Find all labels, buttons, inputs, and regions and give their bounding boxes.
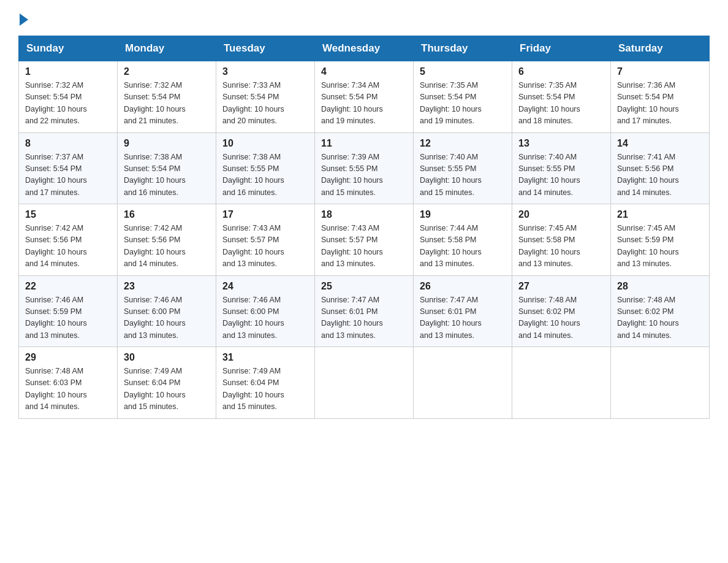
day-number: 10	[222, 138, 308, 149]
calendar-cell: 5Sunrise: 7:35 AMSunset: 5:54 PMDaylight…	[414, 61, 512, 133]
calendar-cell: 17Sunrise: 7:43 AMSunset: 5:57 PMDayligh…	[216, 204, 315, 276]
day-detail: Sunrise: 7:38 AMSunset: 5:54 PMDaylight:…	[124, 151, 210, 199]
day-number: 15	[25, 209, 111, 220]
day-detail: Sunrise: 7:40 AMSunset: 5:55 PMDaylight:…	[518, 151, 604, 199]
calendar-cell: 1Sunrise: 7:32 AMSunset: 5:54 PMDaylight…	[19, 61, 118, 133]
day-detail: Sunrise: 7:39 AMSunset: 5:55 PMDaylight:…	[321, 151, 407, 199]
day-number: 16	[124, 209, 210, 220]
day-detail: Sunrise: 7:43 AMSunset: 5:57 PMDaylight:…	[321, 223, 407, 270]
calendar-cell: 24Sunrise: 7:46 AMSunset: 6:00 PMDayligh…	[216, 275, 315, 347]
day-number: 12	[420, 138, 506, 149]
calendar-cell	[414, 347, 512, 419]
header-saturday: Saturday	[611, 36, 710, 61]
calendar-cell	[611, 347, 710, 419]
calendar-cell: 23Sunrise: 7:46 AMSunset: 6:00 PMDayligh…	[118, 275, 216, 347]
calendar-cell: 31Sunrise: 7:49 AMSunset: 6:04 PMDayligh…	[216, 347, 315, 419]
calendar-cell: 14Sunrise: 7:41 AMSunset: 5:56 PMDayligh…	[611, 132, 710, 204]
logo-triangle-icon	[20, 13, 28, 26]
calendar-cell: 18Sunrise: 7:43 AMSunset: 5:57 PMDayligh…	[315, 204, 414, 276]
calendar-week-row: 22Sunrise: 7:46 AMSunset: 5:59 PMDayligh…	[19, 275, 710, 347]
day-detail: Sunrise: 7:42 AMSunset: 5:56 PMDaylight:…	[25, 223, 111, 270]
day-detail: Sunrise: 7:48 AMSunset: 6:02 PMDaylight:…	[617, 294, 703, 342]
day-number: 26	[420, 281, 506, 292]
day-detail: Sunrise: 7:41 AMSunset: 5:56 PMDaylight:…	[617, 151, 703, 199]
day-detail: Sunrise: 7:49 AMSunset: 6:04 PMDaylight:…	[124, 366, 210, 413]
day-detail: Sunrise: 7:49 AMSunset: 6:04 PMDaylight:…	[222, 366, 308, 413]
day-detail: Sunrise: 7:43 AMSunset: 5:57 PMDaylight:…	[222, 223, 308, 270]
day-detail: Sunrise: 7:45 AMSunset: 5:58 PMDaylight:…	[518, 223, 604, 270]
calendar-cell: 26Sunrise: 7:47 AMSunset: 6:01 PMDayligh…	[414, 275, 512, 347]
day-number: 19	[420, 209, 506, 220]
calendar-cell: 6Sunrise: 7:35 AMSunset: 5:54 PMDaylight…	[512, 61, 611, 133]
day-number: 24	[222, 281, 308, 292]
day-detail: Sunrise: 7:46 AMSunset: 6:00 PMDaylight:…	[124, 294, 210, 342]
day-number: 29	[25, 352, 111, 363]
day-number: 17	[222, 209, 308, 220]
calendar-cell: 13Sunrise: 7:40 AMSunset: 5:55 PMDayligh…	[512, 132, 611, 204]
day-detail: Sunrise: 7:40 AMSunset: 5:55 PMDaylight:…	[420, 151, 506, 199]
day-number: 7	[617, 66, 703, 77]
calendar-cell: 12Sunrise: 7:40 AMSunset: 5:55 PMDayligh…	[414, 132, 512, 204]
calendar-cell: 10Sunrise: 7:38 AMSunset: 5:55 PMDayligh…	[216, 132, 315, 204]
calendar-cell: 19Sunrise: 7:44 AMSunset: 5:58 PMDayligh…	[414, 204, 512, 276]
calendar-week-row: 29Sunrise: 7:48 AMSunset: 6:03 PMDayligh…	[19, 347, 710, 419]
calendar-cell: 25Sunrise: 7:47 AMSunset: 6:01 PMDayligh…	[315, 275, 414, 347]
day-detail: Sunrise: 7:36 AMSunset: 5:54 PMDaylight:…	[617, 80, 703, 128]
day-number: 31	[222, 352, 308, 363]
header-thursday: Thursday	[414, 36, 512, 61]
day-detail: Sunrise: 7:35 AMSunset: 5:54 PMDaylight:…	[518, 80, 604, 128]
day-detail: Sunrise: 7:32 AMSunset: 5:54 PMDaylight:…	[25, 80, 111, 128]
day-number: 27	[518, 281, 604, 292]
calendar-cell: 8Sunrise: 7:37 AMSunset: 5:54 PMDaylight…	[19, 132, 118, 204]
day-detail: Sunrise: 7:47 AMSunset: 6:01 PMDaylight:…	[420, 294, 506, 342]
day-number: 11	[321, 138, 407, 149]
day-detail: Sunrise: 7:48 AMSunset: 6:02 PMDaylight:…	[518, 294, 604, 342]
day-number: 1	[25, 66, 111, 77]
calendar-cell: 2Sunrise: 7:32 AMSunset: 5:54 PMDaylight…	[118, 61, 216, 133]
logo	[18, 12, 29, 25]
day-detail: Sunrise: 7:37 AMSunset: 5:54 PMDaylight:…	[25, 151, 111, 199]
day-number: 20	[518, 209, 604, 220]
day-number: 25	[321, 281, 407, 292]
day-detail: Sunrise: 7:46 AMSunset: 6:00 PMDaylight:…	[222, 294, 308, 342]
day-number: 21	[617, 209, 703, 220]
header-tuesday: Tuesday	[216, 36, 315, 61]
calendar-week-row: 1Sunrise: 7:32 AMSunset: 5:54 PMDaylight…	[19, 61, 710, 133]
calendar-cell: 3Sunrise: 7:33 AMSunset: 5:54 PMDaylight…	[216, 61, 315, 133]
day-detail: Sunrise: 7:35 AMSunset: 5:54 PMDaylight:…	[420, 80, 506, 128]
calendar-cell	[315, 347, 414, 419]
day-detail: Sunrise: 7:48 AMSunset: 6:03 PMDaylight:…	[25, 366, 111, 413]
day-number: 22	[25, 281, 111, 292]
day-detail: Sunrise: 7:46 AMSunset: 5:59 PMDaylight:…	[25, 294, 111, 342]
day-number: 14	[617, 138, 703, 149]
day-number: 2	[124, 66, 210, 77]
day-detail: Sunrise: 7:38 AMSunset: 5:55 PMDaylight:…	[222, 151, 308, 199]
day-detail: Sunrise: 7:33 AMSunset: 5:54 PMDaylight:…	[222, 80, 308, 128]
calendar-cell: 28Sunrise: 7:48 AMSunset: 6:02 PMDayligh…	[611, 275, 710, 347]
page-header	[18, 12, 710, 25]
calendar-cell	[512, 347, 611, 419]
day-number: 18	[321, 209, 407, 220]
day-number: 6	[518, 66, 604, 77]
calendar-cell: 22Sunrise: 7:46 AMSunset: 5:59 PMDayligh…	[19, 275, 118, 347]
day-detail: Sunrise: 7:32 AMSunset: 5:54 PMDaylight:…	[124, 80, 210, 128]
day-number: 23	[124, 281, 210, 292]
day-number: 9	[124, 138, 210, 149]
calendar-cell: 15Sunrise: 7:42 AMSunset: 5:56 PMDayligh…	[19, 204, 118, 276]
calendar-cell: 7Sunrise: 7:36 AMSunset: 5:54 PMDaylight…	[611, 61, 710, 133]
calendar-cell: 16Sunrise: 7:42 AMSunset: 5:56 PMDayligh…	[118, 204, 216, 276]
header-friday: Friday	[512, 36, 611, 61]
day-detail: Sunrise: 7:45 AMSunset: 5:59 PMDaylight:…	[617, 223, 703, 270]
day-number: 13	[518, 138, 604, 149]
calendar-cell: 27Sunrise: 7:48 AMSunset: 6:02 PMDayligh…	[512, 275, 611, 347]
calendar-cell: 4Sunrise: 7:34 AMSunset: 5:54 PMDaylight…	[315, 61, 414, 133]
calendar-cell: 29Sunrise: 7:48 AMSunset: 6:03 PMDayligh…	[19, 347, 118, 419]
day-number: 5	[420, 66, 506, 77]
day-detail: Sunrise: 7:42 AMSunset: 5:56 PMDaylight:…	[124, 223, 210, 270]
calendar-table: SundayMondayTuesdayWednesdayThursdayFrid…	[18, 36, 710, 419]
day-number: 30	[124, 352, 210, 363]
calendar-cell: 30Sunrise: 7:49 AMSunset: 6:04 PMDayligh…	[118, 347, 216, 419]
day-number: 28	[617, 281, 703, 292]
calendar-cell: 20Sunrise: 7:45 AMSunset: 5:58 PMDayligh…	[512, 204, 611, 276]
day-detail: Sunrise: 7:47 AMSunset: 6:01 PMDaylight:…	[321, 294, 407, 342]
